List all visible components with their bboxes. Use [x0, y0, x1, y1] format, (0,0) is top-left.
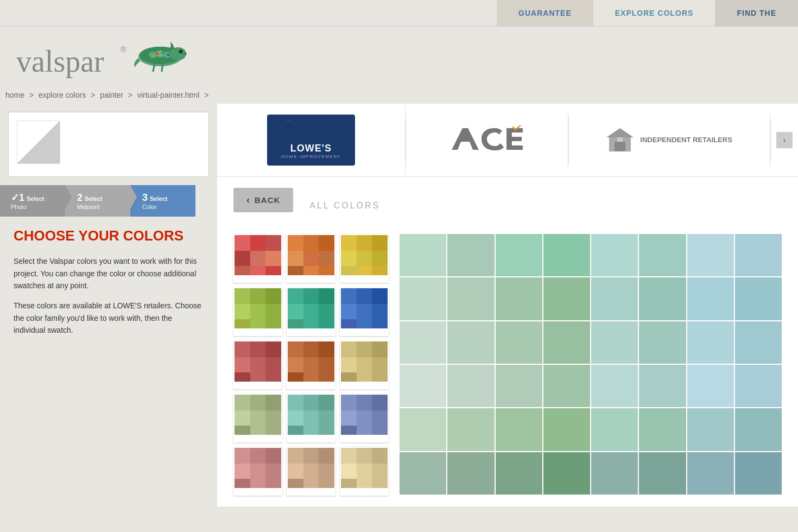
color-cell-17[interactable]: [447, 321, 494, 364]
color-cell-16[interactable]: [400, 321, 446, 364]
independent-retailers-icon: [606, 125, 634, 155]
retailer-lowes[interactable]: LOWE'S HOME IMPROVEMENT: [217, 104, 406, 176]
step-1-tab[interactable]: ✓1 Select Photo: [0, 185, 65, 217]
color-cell-29[interactable]: [639, 365, 686, 407]
swatch-14[interactable]: [340, 447, 389, 496]
swatch-7[interactable]: [287, 340, 335, 389]
back-button-label: BACK: [255, 195, 280, 205]
color-cell-20[interactable]: [591, 321, 638, 364]
breadcrumb-home[interactable]: home: [5, 91, 24, 99]
chevron-right-icon: ›: [776, 132, 793, 148]
color-cell-0[interactable]: [400, 234, 446, 276]
color-cell-24[interactable]: [400, 365, 446, 407]
swatch-3[interactable]: [233, 287, 282, 336]
color-cell-47[interactable]: [735, 452, 782, 495]
color-cell-12[interactable]: [591, 277, 638, 320]
color-cell-8[interactable]: [400, 277, 446, 320]
color-cell-13[interactable]: [639, 277, 686, 320]
swatches-grid: [233, 234, 389, 496]
steps-bar: ✓1 Select Photo 2 Select Midpoint: [0, 185, 217, 217]
preview-box: [8, 112, 209, 177]
retailers-next-arrow[interactable]: ›: [771, 132, 798, 148]
color-cell-1[interactable]: [447, 234, 494, 276]
color-cell-28[interactable]: [591, 365, 638, 407]
swatch-2[interactable]: [340, 234, 389, 283]
main-content: ✓1 Select Photo 2 Select Midpoint: [0, 104, 798, 506]
step-1-num: ✓1: [11, 192, 24, 204]
color-cell-41[interactable]: [447, 452, 494, 495]
color-cell-34[interactable]: [496, 408, 542, 451]
retailer-bar: LOWE'S HOME IMPROVEMENT: [217, 104, 798, 177]
color-cell-43[interactable]: [543, 452, 590, 495]
color-cell-15[interactable]: [735, 277, 782, 320]
step-2-tab[interactable]: 2 Select Midpoint: [65, 185, 130, 217]
color-cell-3[interactable]: [543, 234, 590, 276]
color-cell-22[interactable]: [687, 321, 734, 364]
nav-find-the[interactable]: FIND THE: [715, 0, 798, 26]
color-cell-27[interactable]: [543, 365, 590, 407]
swatch-13[interactable]: [287, 447, 335, 496]
color-selection-area: ‹ BACK ALL COLORS: [217, 177, 798, 506]
color-cell-6[interactable]: [687, 234, 734, 276]
retailer-ace[interactable]: [406, 113, 568, 167]
color-cell-25[interactable]: [447, 365, 494, 407]
color-cell-21[interactable]: [639, 321, 686, 364]
color-cell-4[interactable]: [591, 234, 638, 276]
svg-point-11: [161, 51, 164, 54]
svg-rect-19: [617, 137, 623, 142]
color-cell-9[interactable]: [447, 277, 494, 320]
color-cell-26[interactable]: [496, 365, 542, 407]
color-cell-10[interactable]: [496, 277, 542, 320]
description-panel: CHOOSE YOUR COLORS Select the Valspar co…: [0, 217, 217, 356]
step-3-label: 3 Select: [142, 192, 167, 204]
color-cell-18[interactable]: [496, 321, 542, 364]
swatch-9[interactable]: [233, 394, 282, 442]
color-cell-35[interactable]: [543, 408, 590, 451]
breadcrumb-explore[interactable]: explore colors: [39, 91, 86, 99]
color-cell-37[interactable]: [639, 408, 686, 451]
retailer-independent[interactable]: INDEPENDENT RETAILERS: [569, 113, 770, 167]
step-1-label: ✓1 Select: [11, 192, 44, 204]
swatch-12[interactable]: [233, 447, 282, 496]
nav-explore-colors[interactable]: EXPLORE COLORS: [593, 0, 715, 26]
swatch-4[interactable]: [287, 287, 335, 336]
swatch-6[interactable]: [233, 340, 282, 389]
color-cell-31[interactable]: [735, 365, 782, 407]
step-2-arrow: [130, 185, 137, 209]
color-content-row: [233, 234, 782, 496]
breadcrumb-painter[interactable]: painter: [100, 91, 123, 99]
color-cell-39[interactable]: [735, 408, 782, 451]
color-cell-30[interactable]: [687, 365, 734, 407]
color-cell-46[interactable]: [687, 452, 734, 495]
nav-guarantee[interactable]: GUARANTEE: [497, 0, 593, 26]
color-cell-45[interactable]: [639, 452, 686, 495]
swatch-11[interactable]: [340, 394, 389, 442]
color-cell-23[interactable]: [735, 321, 782, 364]
swatch-5[interactable]: [340, 287, 389, 336]
color-cell-7[interactable]: [735, 234, 782, 276]
color-cell-38[interactable]: [687, 408, 734, 451]
color-cell-33[interactable]: [447, 408, 494, 451]
back-button[interactable]: ‹ BACK: [233, 188, 293, 212]
swatch-0[interactable]: [233, 234, 282, 283]
color-cell-36[interactable]: [591, 408, 638, 451]
swatch-8[interactable]: [340, 340, 389, 389]
breadcrumb-virtual[interactable]: virtual-painter.html: [137, 91, 199, 99]
color-cell-40[interactable]: [400, 452, 446, 495]
color-cell-42[interactable]: [496, 452, 542, 495]
step-3-tab[interactable]: 3 Select Color: [130, 185, 195, 217]
color-cell-14[interactable]: [687, 277, 734, 320]
chameleon-icon: [130, 37, 190, 75]
description-para2: These colors are available at LOWE'S ret…: [14, 300, 204, 336]
valspar-logo[interactable]: valspar ®: [16, 37, 190, 78]
color-cell-2[interactable]: [496, 234, 542, 276]
swatch-10[interactable]: [287, 394, 335, 442]
color-cell-19[interactable]: [543, 321, 590, 364]
color-cell-44[interactable]: [591, 452, 638, 495]
color-cell-32[interactable]: [400, 408, 446, 451]
color-cell-11[interactable]: [543, 277, 590, 320]
step-2-content: 2 Select Midpoint: [77, 192, 102, 210]
swatch-1[interactable]: [287, 234, 335, 283]
step-2-label: 2 Select: [77, 192, 102, 204]
color-cell-5[interactable]: [639, 234, 686, 276]
